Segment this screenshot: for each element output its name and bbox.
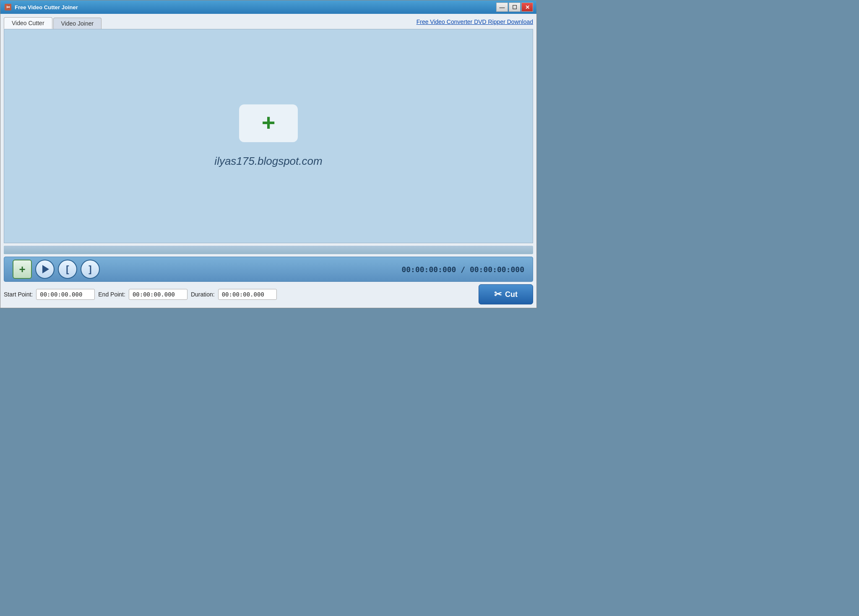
tabs-header: Video Cutter Video Joiner Free Video Con…: [4, 17, 533, 29]
play-icon: [42, 265, 49, 273]
bottom-bar: Start Point: End Point: Duration: ✂ Cut: [4, 284, 533, 304]
progress-bar-container[interactable]: [4, 246, 533, 254]
add-clip-button[interactable]: +: [13, 260, 32, 279]
add-video-icon: +: [262, 111, 276, 134]
controls-bar: + [ ] 00:00:00:000 / 00:00:00:000: [4, 257, 533, 282]
cut-label: Cut: [505, 290, 518, 299]
window-title: Free Video Cutter Joiner: [15, 4, 496, 10]
maximize-button[interactable]: ☐: [509, 3, 521, 12]
end-point-input[interactable]: [129, 289, 187, 300]
main-window: ✂ Free Video Cutter Joiner — ☐ ✕ Video C…: [0, 0, 537, 308]
app-icon: ✂: [4, 3, 12, 11]
set-end-button[interactable]: ]: [81, 260, 100, 279]
start-point-input[interactable]: [36, 289, 95, 300]
bracket-left-icon: [: [66, 265, 69, 274]
scissors-icon: ✂: [494, 289, 502, 300]
cut-button[interactable]: ✂ Cut: [479, 284, 533, 304]
add-video-button[interactable]: +: [239, 104, 298, 142]
start-point-label: Start Point:: [4, 291, 33, 298]
duration-input[interactable]: [218, 289, 277, 300]
content-area: Video Cutter Video Joiner Free Video Con…: [0, 14, 536, 308]
dvd-ripper-link[interactable]: Free Video Converter DVD Ripper Download: [416, 18, 533, 28]
tab-video-cutter[interactable]: Video Cutter: [4, 17, 52, 29]
bracket-right-icon: ]: [89, 265, 91, 274]
title-bar: ✂ Free Video Cutter Joiner — ☐ ✕: [0, 0, 536, 14]
svg-text:✂: ✂: [6, 5, 10, 10]
progress-bar-track: [4, 246, 533, 254]
play-button[interactable]: [35, 260, 55, 279]
tab-video-joiner[interactable]: Video Joiner: [53, 18, 102, 29]
set-start-button[interactable]: [: [58, 260, 77, 279]
duration-label: Duration:: [191, 291, 215, 298]
window-controls: — ☐ ✕: [496, 3, 533, 12]
video-panel: + ilyas175.blogspot.com: [4, 29, 533, 243]
minimize-button[interactable]: —: [496, 3, 508, 12]
watermark-text: ilyas175.blogspot.com: [214, 155, 322, 168]
time-display: 00:00:00:000 / 00:00:00:000: [401, 265, 524, 274]
close-button[interactable]: ✕: [521, 3, 533, 12]
end-point-label: End Point:: [98, 291, 125, 298]
